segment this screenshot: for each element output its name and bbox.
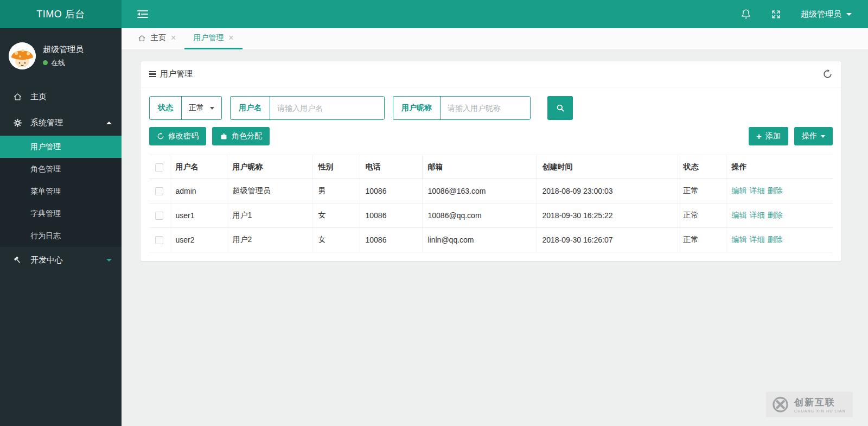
cell-status: 正常 — [678, 204, 726, 228]
online-dot-icon — [43, 60, 48, 65]
avatar — [9, 42, 36, 69]
user-name: 超级管理员 — [43, 44, 84, 55]
row-checkbox[interactable] — [155, 187, 163, 195]
cell-actions: 编辑详细删除 — [726, 204, 833, 228]
sidebar-item-dict-mgmt[interactable]: 字典管理 — [0, 202, 122, 225]
tab-user-mgmt[interactable]: 用户管理 × — [184, 28, 242, 49]
row-checkbox[interactable] — [155, 212, 163, 220]
delete-link[interactable]: 删除 — [768, 211, 783, 219]
nickname-label: 用户昵称 — [393, 97, 441, 119]
nickname-input[interactable] — [441, 97, 530, 119]
delete-link[interactable]: 删除 — [768, 186, 783, 195]
sidebar-menu: 主页 — [0, 84, 122, 273]
delete-link[interactable]: 删除 — [768, 235, 783, 244]
tab-bar: 主页 × 用户管理 × — [122, 28, 868, 50]
cell-created: 2018-08-09 23:00:03 — [537, 179, 678, 204]
sidebar-item-dev-center[interactable]: 开发中心 — [0, 247, 122, 273]
sidebar-item-role-mgmt[interactable]: 角色管理 — [0, 158, 122, 180]
fullscreen-icon[interactable] — [771, 9, 781, 20]
sidebar-item-menu-mgmt[interactable]: 菜单管理 — [0, 180, 122, 202]
list-icon — [149, 71, 156, 78]
cell-gender: 男 — [312, 179, 360, 204]
chevron-up-icon — [106, 122, 112, 124]
edit-link[interactable]: 编辑 — [732, 235, 747, 244]
chevron-down-icon — [106, 259, 112, 262]
column-header: 状态 — [678, 155, 726, 179]
gear-icon — [12, 118, 23, 128]
panel-header: 用户管理 — [141, 61, 841, 87]
cell-actions: 编辑详细删除 — [726, 228, 833, 252]
user-menu[interactable]: 超级管理员 — [801, 9, 852, 20]
cell-gender: 女 — [312, 228, 360, 252]
change-password-button[interactable]: 修改密码 — [149, 127, 206, 145]
cell-phone: 10086 — [360, 204, 422, 228]
close-icon[interactable]: × — [228, 34, 233, 42]
column-header: 电话 — [360, 155, 422, 179]
cell-username: admin — [170, 179, 227, 204]
edit-link[interactable]: 编辑 — [732, 211, 747, 219]
detail-link[interactable]: 详细 — [750, 211, 765, 219]
cell-email: 10086@163.com — [422, 179, 537, 204]
cell-email: linln@qq.com — [422, 228, 537, 252]
column-header: 邮箱 — [422, 155, 537, 179]
toolbar: 修改密码 角色分配 + 添加 — [149, 127, 833, 145]
home-icon — [138, 34, 146, 42]
status-select[interactable]: 正常 — [182, 97, 221, 119]
system-submenu: 用户管理 角色管理 菜单管理 字典管理 行为日志 — [0, 136, 122, 247]
detail-link[interactable]: 详细 — [750, 235, 765, 244]
app-logo: TIMO 后台 — [0, 0, 122, 28]
column-header: 操作 — [726, 155, 833, 179]
table-row: user2 用户2 女 10086 linln@qq.com 2018-09-3… — [149, 228, 833, 252]
watermark-name: 创新互联 — [794, 396, 846, 409]
cell-nickname: 用户2 — [227, 228, 312, 252]
username-input[interactable] — [270, 97, 384, 119]
status-filter-group: 状态 正常 — [149, 96, 222, 120]
nickname-filter-group: 用户昵称 — [393, 96, 531, 120]
user-menu-label: 超级管理员 — [801, 9, 841, 20]
watermark-logo-icon — [771, 396, 789, 414]
cell-username: user2 — [170, 228, 227, 252]
user-panel: 超级管理员 在线 — [0, 28, 122, 84]
tab-home[interactable]: 主页 × — [129, 28, 184, 49]
bell-icon[interactable] — [741, 9, 751, 20]
cell-username: user1 — [170, 204, 227, 228]
panel-title: 用户管理 — [160, 69, 193, 79]
refresh-icon[interactable] — [822, 69, 833, 79]
sidebar-item-home[interactable]: 主页 — [0, 84, 122, 110]
detail-link[interactable]: 详细 — [750, 186, 765, 195]
cell-phone: 10086 — [360, 228, 422, 252]
close-icon[interactable]: × — [171, 34, 176, 42]
sidebar-item-system[interactable]: 系统管理 — [0, 110, 122, 136]
assign-role-button[interactable]: 角色分配 — [212, 127, 270, 145]
content-area: 主页 × 用户管理 × 用户管理 — [122, 28, 868, 426]
chevron-down-icon — [210, 107, 214, 110]
cell-status: 正常 — [678, 228, 726, 252]
sidebar-toggle-icon[interactable] — [137, 10, 148, 18]
search-button[interactable] — [547, 96, 573, 120]
column-header: 性别 — [312, 155, 360, 179]
watermark-subtitle: CHUANG XIN HU LIAN — [794, 409, 846, 413]
user-mgmt-panel: 用户管理 状态 正常 — [140, 61, 842, 262]
sidebar-item-action-log[interactable]: 行为日志 — [0, 225, 122, 247]
cell-phone: 10086 — [360, 179, 422, 204]
topbar: TIMO 后台 超级管理员 — [0, 0, 868, 28]
cell-created: 2018-09-30 16:25:22 — [537, 204, 678, 228]
sidebar-item-user-mgmt[interactable]: 用户管理 — [0, 136, 122, 158]
refresh-icon — [157, 132, 164, 140]
add-button[interactable]: + 添加 — [749, 127, 788, 145]
status-label: 状态 — [150, 97, 182, 119]
users-table: 用户名用户昵称性别电话邮箱创建时间状态操作 admin 超级管理员 男 1008… — [149, 155, 833, 252]
sidebar-item-label: 主页 — [30, 92, 47, 102]
sidebar: 超级管理员 在线 主页 — [0, 28, 122, 426]
edit-link[interactable]: 编辑 — [732, 186, 747, 195]
filter-bar: 状态 正常 用户名 用户昵称 — [149, 96, 833, 120]
column-header: 创建时间 — [537, 155, 678, 179]
row-checkbox[interactable] — [155, 236, 163, 244]
column-header: 用户昵称 — [227, 155, 312, 179]
chevron-down-icon — [846, 13, 852, 16]
sidebar-item-label: 开发中心 — [30, 255, 63, 265]
select-all-checkbox[interactable] — [155, 163, 163, 171]
briefcase-icon — [220, 132, 228, 141]
more-actions-button[interactable]: 操作 — [794, 127, 833, 145]
table-header-row: 用户名用户昵称性别电话邮箱创建时间状态操作 — [149, 155, 833, 179]
